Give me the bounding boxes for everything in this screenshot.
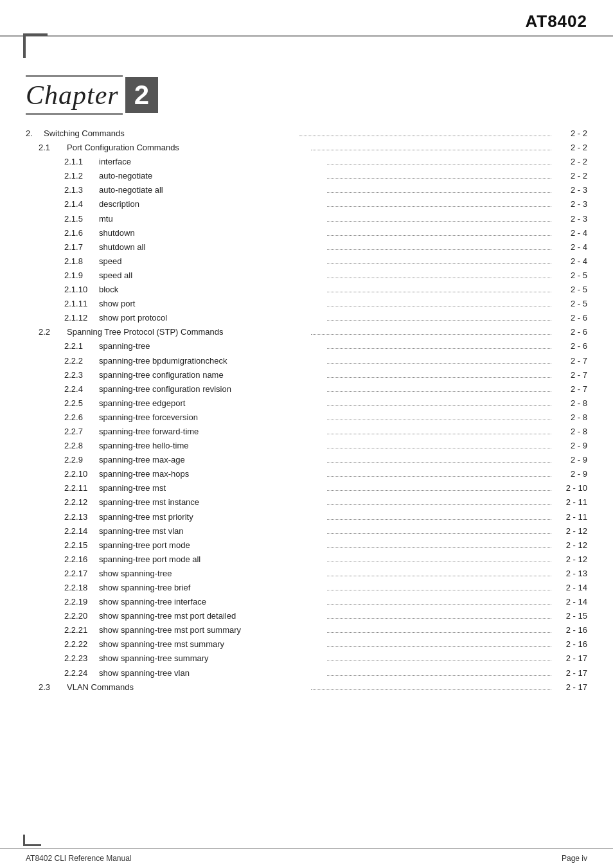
toc-page: 2 - 10 (555, 481, 587, 495)
toc-entry: 2.2.23show spanning-tree summary2 - 17 (26, 651, 587, 666)
toc-page: 2 - 9 (555, 439, 587, 453)
toc-dots (327, 420, 551, 420)
toc-dots (311, 150, 551, 150)
toc-num: 2.2.5 (64, 396, 99, 411)
toc-label: Switching Commands (44, 127, 296, 141)
toc-label: mtu (99, 212, 323, 226)
toc-entry: 2.2.9spanning-tree max-age2 - 9 (26, 453, 587, 467)
toc-dots (327, 391, 551, 392)
toc-num: 2.2.24 (64, 666, 99, 680)
toc-dots (327, 206, 551, 207)
toc-page: 2 - 14 (555, 581, 587, 595)
toc-page: 2 - 7 (555, 382, 587, 396)
toc-dots (327, 348, 551, 349)
toc-entry: 2.2.5spanning-tree edgeport2 - 8 (26, 396, 587, 411)
toc-label: spanning-tree hello-time (99, 439, 323, 453)
toc-entry: 2.2.4spanning-tree configuration revisio… (26, 382, 587, 396)
toc-num: 2.2.8 (64, 439, 99, 453)
toc-entry: 2.2.2spanning-tree bpdumigrationcheck2 -… (26, 354, 587, 368)
toc-dots (327, 504, 551, 505)
toc-label: spanning-tree max-hops (99, 467, 323, 481)
toc-label: spanning-tree max-age (99, 453, 323, 467)
toc-entry: 2.2.17show spanning-tree2 - 13 (26, 567, 587, 581)
toc-num: 2.2.20 (64, 609, 99, 623)
toc-label: show spanning-tree mst port detailed (99, 609, 323, 623)
toc-page: 2 - 2 (555, 169, 587, 183)
toc-num: 2.1.6 (64, 226, 99, 240)
toc-entry: 2.2.19show spanning-tree interface2 - 14 (26, 595, 587, 609)
toc-label: spanning-tree mst priority (99, 510, 323, 524)
toc-label: spanning-tree port mode all (99, 553, 323, 567)
toc-entry: 2.1.8speed2 - 4 (26, 254, 587, 269)
toc-num: 2.2.2 (64, 354, 99, 368)
toc-dots (327, 263, 551, 264)
toc-dots (327, 405, 551, 406)
toc-page: 2 - 3 (555, 212, 587, 226)
toc-entry: 2.1.3auto-negotiate all2 - 3 (26, 183, 587, 197)
toc-dots (327, 377, 551, 378)
toc-dots (327, 434, 551, 434)
toc-dots (327, 448, 551, 448)
toc-label: spanning-tree mst (99, 481, 323, 495)
toc-label: show spanning-tree mst summary (99, 637, 323, 651)
toc-num: 2.1.7 (64, 240, 99, 254)
toc-num: 2.2.1 (64, 339, 99, 353)
toc-dots (327, 675, 551, 676)
toc-page: 2 - 11 (555, 510, 587, 524)
footer: AT8402 CLI Reference Manual Page iv (0, 848, 613, 868)
toc-page: 2 - 8 (555, 425, 587, 439)
toc-entry: 2.2.13spanning-tree mst priority2 - 11 (26, 510, 587, 524)
toc-page: 2 - 2 (555, 155, 587, 169)
toc-dots (311, 689, 551, 690)
toc-entry: 2.2.18show spanning-tree brief2 - 14 (26, 581, 587, 595)
bottom-left-bracket-decoration (23, 835, 41, 846)
toc-entry: 2.3VLAN Commands2 - 17 (26, 680, 587, 695)
toc-label: show spanning-tree (99, 567, 323, 581)
toc-label: speed (99, 254, 323, 269)
toc-page: 2 - 6 (555, 339, 587, 353)
toc-label: show port (99, 297, 323, 311)
toc-dots (299, 136, 551, 136)
toc-dots (327, 490, 551, 491)
toc-page: 2 - 6 (555, 325, 587, 339)
toc-dots (327, 576, 551, 576)
toc-num: 2.2.17 (64, 567, 99, 581)
toc-num: 2.2.18 (64, 581, 99, 595)
toc-num: 2.1.9 (64, 269, 99, 283)
toc-num: 2.2.15 (64, 538, 99, 553)
toc-entry: 2.2.3spanning-tree configuration name2 -… (26, 368, 587, 382)
toc-dots (327, 235, 551, 236)
toc-num: 2.1 (39, 141, 67, 155)
toc-dots (327, 476, 551, 477)
header: AT8402 (0, 0, 613, 37)
toc-page: 2 - 4 (555, 226, 587, 240)
toc-entry: 2.2.11spanning-tree mst2 - 10 (26, 481, 587, 495)
toc-page: 2 - 17 (555, 666, 587, 680)
toc-num: 2.2.23 (64, 651, 99, 666)
toc-label: show port protocol (99, 311, 323, 325)
toc-page: 2 - 9 (555, 453, 587, 467)
toc-page: 2 - 4 (555, 254, 587, 269)
toc-num: 2.2.13 (64, 510, 99, 524)
toc-page: 2 - 12 (555, 524, 587, 538)
toc-label: spanning-tree forceversion (99, 411, 323, 425)
toc-num: 2.3 (39, 680, 67, 695)
toc-page: 2 - 7 (555, 368, 587, 382)
toc-page: 2 - 5 (555, 283, 587, 297)
toc-dots (327, 320, 551, 321)
toc-entry: 2.1.12show port protocol2 - 6 (26, 311, 587, 325)
chapter-label: Chapter (26, 75, 123, 115)
toc-dots (327, 590, 551, 590)
toc-num: 2.2.7 (64, 425, 99, 439)
toc-num: 2. (26, 127, 44, 141)
toc-dots (327, 192, 551, 193)
toc-page: 2 - 2 (555, 127, 587, 141)
toc-label: shutdown (99, 226, 323, 240)
toc-label: spanning-tree port mode (99, 538, 323, 553)
toc-entry: 2.1.9speed all2 - 5 (26, 269, 587, 283)
toc-dots (327, 221, 551, 222)
toc-num: 2.2.10 (64, 467, 99, 481)
toc-page: 2 - 5 (555, 269, 587, 283)
toc-entry: 2.2.6spanning-tree forceversion2 - 8 (26, 411, 587, 425)
toc-num: 2.1.12 (64, 311, 99, 325)
